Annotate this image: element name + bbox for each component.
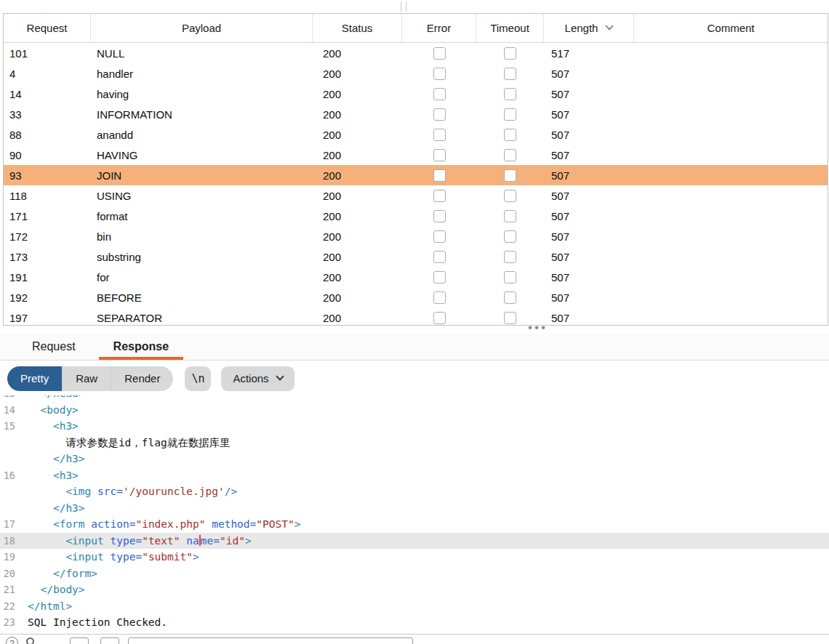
table-row[interactable]: 4handler200507	[4, 63, 828, 84]
help-icon[interactable]: ?	[6, 637, 18, 644]
line-number: 13	[0, 395, 22, 402]
table-row[interactable]: 197SEPARATOR200507	[4, 307, 828, 326]
error-checkbox[interactable]	[433, 68, 446, 80]
timeout-checkbox[interactable]	[504, 230, 516, 243]
table-row[interactable]: 101NULL200517	[4, 43, 828, 63]
tab-response[interactable]: Response	[95, 334, 188, 360]
line-content: <h3>	[22, 467, 79, 484]
code-token: />	[225, 486, 237, 497]
column-header-timeout[interactable]: Timeout	[476, 14, 544, 42]
raw-button[interactable]: Raw	[62, 366, 111, 391]
table-row[interactable]: 90HAVING200507	[4, 145, 828, 165]
timeout-checkbox[interactable]	[504, 251, 516, 263]
error-checkbox[interactable]	[433, 108, 446, 121]
code-token: </h3>	[53, 453, 85, 464]
code-line[interactable]: 19 <input type="submit">	[0, 549, 829, 565]
error-cell	[402, 210, 476, 222]
timeout-checkbox[interactable]	[504, 169, 516, 182]
search-input[interactable]	[128, 637, 413, 644]
timeout-checkbox[interactable]	[504, 190, 516, 202]
error-checkbox[interactable]	[433, 88, 446, 100]
pane-splitter[interactable]: •••	[0, 326, 829, 334]
timeout-cell	[476, 149, 544, 161]
code-line[interactable]: 15 <h3>	[0, 418, 829, 435]
timeout-checkbox[interactable]	[504, 129, 516, 141]
length-cell: 507	[544, 251, 634, 263]
timeout-checkbox[interactable]	[504, 47, 516, 60]
column-header-payload[interactable]: Payload	[91, 14, 313, 42]
code-line[interactable]: <img src='/youruncle.jpg'/>	[0, 483, 829, 500]
line-number: 19	[0, 549, 22, 565]
line-content: </h3>	[22, 500, 85, 517]
timeout-checkbox[interactable]	[504, 88, 516, 100]
column-header-error[interactable]: Error	[402, 14, 476, 42]
table-row[interactable]: 118USING200507	[4, 185, 828, 206]
timeout-checkbox[interactable]	[504, 312, 516, 324]
code-token	[205, 518, 212, 530]
error-checkbox[interactable]	[433, 169, 446, 182]
table-row[interactable]: 173substring200507	[4, 246, 828, 267]
code-token: >	[193, 551, 199, 563]
actions-button[interactable]: Actions	[221, 366, 294, 391]
code-token: action=	[91, 518, 135, 530]
pretty-button[interactable]: Pretty	[7, 366, 62, 391]
column-header-status[interactable]: Status	[313, 14, 402, 42]
render-button[interactable]: Render	[111, 366, 173, 391]
table-row[interactable]: 88anandd200507	[4, 124, 828, 145]
table-row[interactable]: 93JOIN200507	[4, 165, 828, 185]
code-token: </body>	[40, 584, 84, 595]
error-checkbox[interactable]	[433, 190, 446, 202]
error-checkbox[interactable]	[433, 251, 446, 263]
code-line[interactable]: </h3>	[0, 500, 829, 517]
show-newlines-button[interactable]: \n	[185, 366, 211, 391]
table-row[interactable]: 171format200507	[4, 206, 828, 226]
code-line[interactable]: 23SQL Injection Checked.	[0, 614, 829, 631]
column-header-request[interactable]: Request	[4, 14, 91, 42]
code-line[interactable]: 14 <body>	[0, 402, 829, 419]
code-line[interactable]: </h3>	[0, 451, 829, 467]
column-label: Length	[565, 22, 598, 34]
response-editor[interactable]: 13 </head>14 <body>15 <h3> 请求参数是id，flag就…	[0, 395, 829, 634]
error-checkbox[interactable]	[433, 47, 446, 60]
timeout-checkbox[interactable]	[504, 108, 516, 121]
error-checkbox[interactable]	[433, 312, 446, 324]
code-line[interactable]: 16 <h3>	[0, 467, 829, 484]
timeout-checkbox[interactable]	[504, 271, 516, 283]
timeout-cell	[476, 190, 544, 202]
search-option-button[interactable]	[70, 637, 89, 644]
column-header-length[interactable]: Length	[544, 14, 634, 42]
code-line[interactable]: 18 <input type="text" name="id">	[0, 533, 829, 550]
table-row[interactable]: 14having200507	[4, 84, 828, 104]
error-checkbox[interactable]	[433, 149, 446, 161]
code-line[interactable]: 请求参数是id，flag就在数据库里	[0, 435, 829, 451]
timeout-checkbox[interactable]	[504, 68, 516, 80]
code-line[interactable]: 17 <form action="index.php" method="POST…	[0, 516, 829, 533]
table-row[interactable]: 192BEFORE200507	[4, 287, 828, 307]
search-option-button[interactable]	[100, 637, 119, 644]
request-cell: 101	[4, 47, 91, 60]
error-checkbox[interactable]	[433, 210, 446, 222]
timeout-checkbox[interactable]	[504, 291, 516, 304]
response-code: 13 </head>14 <body>15 <h3> 请求参数是id，flag就…	[0, 395, 829, 631]
code-line[interactable]: 21 </body>	[0, 581, 829, 598]
error-checkbox[interactable]	[433, 271, 446, 283]
tab-request[interactable]: Request	[13, 334, 95, 360]
code-token: </h3>	[53, 502, 85, 514]
timeout-checkbox[interactable]	[504, 149, 516, 161]
error-checkbox[interactable]	[433, 129, 446, 141]
code-line[interactable]: 20 </form>	[0, 565, 829, 582]
table-row[interactable]: 172bin200507	[4, 226, 828, 246]
status-cell: 200	[313, 68, 402, 80]
table-row[interactable]: 33INFORMATION200507	[4, 104, 828, 124]
table-row[interactable]: 191for200507	[4, 267, 828, 287]
error-cell	[402, 88, 476, 100]
code-line[interactable]: 13 </head>	[0, 395, 829, 402]
code-line[interactable]: 22</html>	[0, 598, 829, 615]
length-cell: 507	[544, 291, 634, 304]
error-checkbox[interactable]	[433, 230, 446, 243]
error-checkbox[interactable]	[433, 291, 446, 304]
timeout-cell	[476, 210, 544, 222]
table-body: 101NULL2005174handler20050714having20050…	[4, 43, 828, 326]
timeout-checkbox[interactable]	[504, 210, 516, 222]
column-header-comment[interactable]: Comment	[634, 14, 828, 42]
